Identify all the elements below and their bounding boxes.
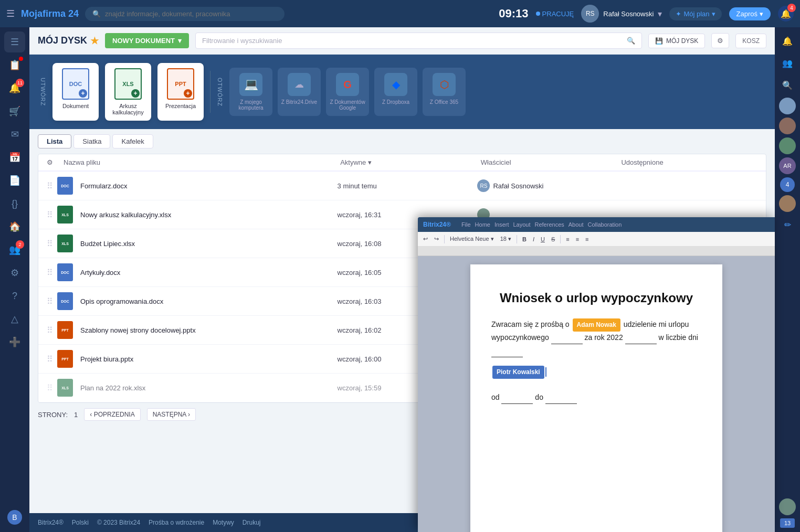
right-avatar-1[interactable]	[779, 98, 796, 114]
user-dropdown-icon[interactable]: ▾	[658, 9, 662, 19]
italic-button[interactable]: I	[531, 235, 536, 243]
sidebar-item-home[interactable]: 🏠	[4, 216, 25, 237]
bell-icon: 🔔	[782, 36, 793, 46]
section-divider	[210, 71, 210, 113]
align-center-button[interactable]: ≡	[574, 235, 581, 243]
footer-drukuj-link[interactable]: Drukuj	[243, 519, 261, 526]
my-plan-button[interactable]: ✦ Mój plan ▾	[669, 7, 721, 20]
comment-adam-nowak[interactable]: Adam Nowak	[573, 318, 620, 331]
filter-bar[interactable]: Filtrowanie i wyszukiwanie 🔍	[195, 33, 642, 49]
footer-lang[interactable]: Polski	[72, 519, 89, 526]
undo-button[interactable]: ↩	[421, 235, 430, 243]
notification-badge: 4	[787, 4, 796, 12]
file-type-doc-badge: DOC	[57, 177, 73, 195]
align-left-button[interactable]: ≡	[564, 235, 571, 243]
right-avatar-2[interactable]	[779, 118, 796, 134]
editor-brand: Bitrix24®	[423, 221, 451, 228]
right-avatar-3[interactable]	[779, 137, 796, 154]
font-selector[interactable]: Helvetica Neue ▾	[448, 235, 496, 243]
owner-avatar: RS	[477, 179, 490, 192]
tab-siatka[interactable]: Siatka	[73, 134, 110, 148]
right-bell-icon[interactable]: 🔔	[778, 31, 797, 50]
bold-button[interactable]: B	[520, 235, 529, 243]
next-page-button[interactable]: NASTĘPNA ›	[147, 408, 196, 421]
word-icon: DOC +	[62, 68, 89, 100]
file-name-col: PPT Szablony nowej strony docelowej.pptx	[57, 321, 338, 339]
sidebar-item-code[interactable]: {}	[4, 193, 25, 214]
sidebar-item-settings[interactable]: ⚙	[4, 262, 25, 283]
notification-button[interactable]: 🔔 4	[778, 6, 794, 22]
sidebar-item-mail[interactable]: ✉	[4, 124, 25, 145]
tab-lista[interactable]: Lista	[38, 134, 71, 148]
search-input[interactable]	[105, 10, 277, 18]
right-avatar-5[interactable]	[779, 195, 796, 212]
sidebar-item-notifications[interactable]: 🔔 11	[4, 78, 25, 99]
collaboration-menu: Collaboration	[588, 221, 622, 228]
sidebar-item-feed[interactable]: 📋	[4, 55, 25, 76]
create-excel-card[interactable]: XLS + Arkusz kalkulacyjny	[105, 63, 151, 121]
sidebar-item-cart[interactable]: 🛒	[4, 101, 25, 122]
drag-handle-icon: ⠿	[47, 239, 53, 249]
align-right-button[interactable]: ≡	[583, 235, 591, 243]
field-od	[501, 391, 533, 405]
invite-button[interactable]: Zaproś ▾	[729, 7, 771, 20]
file-time-label: wczoraj, 16:02	[338, 326, 382, 334]
prev-page-button[interactable]: ‹ POPRZEDNIA	[84, 408, 140, 421]
drag-handle-icon: ⠿	[47, 325, 53, 335]
header-gear[interactable]: ⚙	[47, 158, 59, 166]
doc-plus-excel: +	[131, 89, 140, 98]
create-ppt-card[interactable]: PPT + Prezentacja	[157, 63, 204, 121]
trash-button[interactable]: KOSZ	[735, 34, 766, 48]
sidebar-item-menu[interactable]: ☰	[4, 31, 25, 52]
file-type-pptx-badge: PPT	[57, 350, 73, 368]
footer-proba-link[interactable]: Prośba o wdrożenie	[149, 519, 204, 526]
right-avatar-4[interactable]: AR	[779, 157, 796, 174]
pages-label: STRONY:	[38, 411, 68, 419]
sidebar-item-documents[interactable]: 📄	[4, 170, 25, 191]
right-avatar-6[interactable]	[779, 498, 796, 515]
computer-icon: 💻	[239, 73, 262, 96]
global-search-bar[interactable]: 🔍	[85, 7, 285, 21]
open-drive-card[interactable]: ☁ Z Bitrix24.Drive	[278, 68, 321, 116]
redo-button[interactable]: ↪	[432, 235, 441, 243]
sidebar-item-triangle[interactable]: △	[4, 308, 25, 329]
tab-kafelek[interactable]: Kafelek	[112, 134, 153, 148]
sidebar-item-calendar[interactable]: 📅	[4, 147, 25, 168]
open-google-card[interactable]: G Z Dokumentów Google	[326, 68, 369, 116]
new-doc-dropdown-icon: ▾	[178, 37, 182, 45]
open-google-label: Z Dokumentów Google	[329, 99, 366, 111]
header-name: Nazwa pliku	[64, 158, 336, 166]
header-active[interactable]: Aktywne ▾	[340, 158, 477, 166]
table-row[interactable]: ⠿ DOC Formularz.docx 3 minut temu RS Raf…	[38, 172, 766, 200]
triangle-icon: △	[11, 313, 18, 325]
right-pencil-icon[interactable]: ✏	[778, 215, 797, 234]
status-display[interactable]: PRACUJĘ	[536, 10, 574, 18]
open-computer-card[interactable]: 💻 Z mojego komputera	[229, 68, 272, 116]
star-icon[interactable]: ★	[90, 35, 99, 47]
sidebar-item-app[interactable]: B	[4, 507, 25, 528]
sidebar-item-users[interactable]: 👥 2	[4, 239, 25, 260]
comment-piotr-kowalski[interactable]: Piotr Kowalski	[492, 366, 544, 378]
hamburger-menu[interactable]: ☰	[6, 8, 15, 19]
excel-card-label: Arkusz kalkulacyjny	[109, 103, 147, 115]
open-dropbox-card[interactable]: ◆ Z Dropboxa	[374, 68, 417, 116]
settings-button[interactable]: ⚙	[711, 33, 729, 48]
underline-button[interactable]: U	[539, 235, 547, 243]
doc-type-ppt: PPT	[175, 81, 186, 87]
right-number-4: 4	[780, 177, 795, 192]
font-size[interactable]: 18 ▾	[498, 235, 513, 243]
footer-motywy-link[interactable]: Motywy	[213, 519, 234, 526]
right-people-icon[interactable]: 👥	[778, 54, 797, 72]
sidebar-item-add[interactable]: ➕	[4, 332, 25, 353]
new-document-button[interactable]: NOWY DOKUMENT ▾	[105, 33, 189, 48]
open-office365-card[interactable]: ⬡ Z Office 365	[423, 68, 466, 116]
file-name-label: Plan na 2022 rok.xlsx	[80, 384, 145, 392]
create-word-card[interactable]: DOC + Dokument	[52, 63, 99, 121]
feed-icon: 📋	[9, 59, 20, 71]
sidebar-item-help[interactable]: ?	[4, 285, 25, 306]
strikethrough-button[interactable]: S	[549, 235, 557, 243]
header-shared: Udostępnione	[621, 158, 757, 166]
right-search-icon[interactable]: 🔍	[778, 76, 797, 94]
my-disk-button[interactable]: 💾 MÓJ DYSK	[648, 34, 705, 48]
table-header: ⚙ Nazwa pliku Aktywne ▾ Właściciel Udost…	[38, 154, 766, 172]
